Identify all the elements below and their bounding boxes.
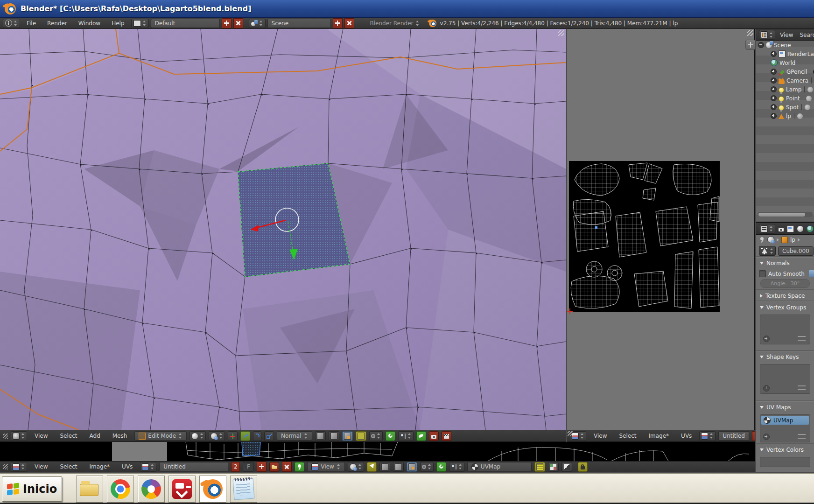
pivot-point-select[interactable] [348,462,364,472]
expand-icon[interactable] [771,113,777,119]
lamp-data-icon[interactable] [807,87,813,92]
point-lamp-data-icon[interactable] [806,96,812,101]
image-browse-button[interactable] [140,462,156,472]
expand-icon[interactable] [771,77,777,84]
mesh-name-field[interactable]: Cube.000 [778,246,814,256]
outliner-item-scene[interactable]: Scene [756,41,814,49]
transform-orientation-select[interactable]: Normal [277,431,312,441]
scene-browse-button[interactable] [249,19,266,28]
uv-maps-list[interactable]: UVMap [760,414,810,442]
fake-user-button[interactable]: F [243,462,254,472]
outliner-item-world[interactable]: World [756,58,814,67]
mesh-data-icon[interactable] [797,113,803,119]
draw-type-checker-button[interactable] [548,462,559,472]
limit-to-visible-toggle[interactable] [356,431,366,441]
collapse-icon[interactable] [758,42,764,48]
add-area-button[interactable] [745,40,756,50]
resize-grip-icon[interactable] [798,385,806,390]
scene-field[interactable]: Scene [267,19,331,28]
taskbar-blender-button[interactable] [199,476,226,503]
edge-select-mode-button[interactable] [329,431,339,441]
editor-mode-select[interactable]: View [307,462,344,471]
menu-uvs[interactable]: UVs [117,463,137,470]
delete-layout-button[interactable] [233,18,243,28]
expand-icon[interactable] [771,95,777,101]
opengl-render-options-button[interactable] [416,431,426,441]
area-corner-grip[interactable] [3,464,8,469]
expand-icon[interactable] [771,86,777,92]
unlink-image-button[interactable] [282,462,292,472]
proportional-edit-select[interactable] [369,431,383,441]
menu-view[interactable]: View [30,463,52,470]
menu-mesh[interactable]: Mesh [108,433,132,439]
menu-help[interactable]: Help [107,20,129,27]
panel-uv-maps[interactable]: UV Maps [756,401,814,413]
taskbar-notepad-button[interactable] [230,476,257,503]
taskbar-atube-button[interactable] [168,476,196,503]
menu-image[interactable]: Image* [644,433,674,439]
viewport-3d[interactable] [0,29,566,430]
uv-strip-editor[interactable] [0,442,755,461]
open-image-button[interactable] [269,462,279,472]
snap-element-select[interactable] [449,462,464,472]
manipulator-axis-toggle[interactable] [228,431,238,441]
pivot-point-select[interactable] [209,431,225,441]
editor-type-button[interactable] [11,462,27,472]
uvmap-select[interactable]: UVMap [467,462,532,471]
uv-face-select-button[interactable] [407,462,417,472]
outliner-item-spot[interactable]: Spot [756,103,814,112]
add-uvmap-icon[interactable] [763,434,770,440]
image-name-field[interactable]: Untitled [159,462,228,471]
image-name-field[interactable]: Untitled [718,431,749,441]
draw-type-shaded-button[interactable] [561,462,572,472]
start-button[interactable]: Inicio [2,476,62,502]
pin-image-button[interactable] [295,462,304,472]
menu-view[interactable]: View [589,433,611,439]
render-engine-select[interactable]: Blender Render [367,20,422,27]
expand-icon[interactable] [771,69,777,75]
mode-select[interactable]: Edit Mode [134,431,187,441]
scene-tab-icon[interactable] [797,225,804,232]
menu-render[interactable]: Render [42,20,72,27]
panel-vertex-groups[interactable]: Vertex Groups [756,301,814,313]
world-tab-icon[interactable] [807,225,814,232]
taskbar-explorer-button[interactable] [76,476,103,503]
menu-file[interactable]: File [22,20,41,27]
uv-edge-select-button[interactable] [393,462,404,472]
sync-uv-selection-toggle[interactable] [367,462,377,472]
render-layers-tab-icon[interactable] [787,225,794,232]
taskbar-chrome-button[interactable] [107,476,134,503]
add-scene-button[interactable] [333,18,343,28]
area-corner-grip[interactable] [3,434,8,439]
delete-scene-button[interactable] [344,18,354,28]
angle-slider[interactable]: Angle: 30° [760,279,810,288]
snap-element-select[interactable] [398,431,414,441]
snap-toggle[interactable] [386,431,395,441]
menu-view[interactable]: View [778,32,795,38]
screen-layout-browse-button[interactable] [131,19,149,28]
uv-image-editor[interactable] [567,29,755,430]
area-corner-grip[interactable] [568,431,573,436]
draw-type-grid-button[interactable] [534,462,545,472]
expand-icon[interactable] [771,104,777,110]
info-editor-button[interactable] [3,19,20,28]
editor-type-button[interactable] [759,224,775,234]
vertex-colors-list[interactable] [760,457,810,467]
resize-grip-icon[interactable] [798,434,806,439]
menu-image[interactable]: Image* [85,463,115,470]
expand-icon[interactable] [771,51,777,57]
uvmap-list-item[interactable]: UVMap [761,416,809,425]
add-shape-key-icon[interactable] [763,385,770,392]
menu-view[interactable]: View [30,433,52,439]
outliner-item-camera[interactable]: Camera [756,76,814,85]
scrollbar-thumb[interactable] [758,213,805,217]
editor-type-button[interactable] [759,30,775,40]
vertex-select-mode-button[interactable] [315,431,326,441]
menu-add[interactable]: Add [85,433,105,439]
image-users-button[interactable]: 2 [752,431,755,441]
panel-shape-keys[interactable]: Shape Keys [756,351,814,363]
outliner-item-lp[interactable]: lp [756,112,814,120]
add-vertex-group-icon[interactable] [763,336,770,342]
window-titlebar[interactable]: Blender* [C:\Users\Rafa\Desktop\Lagarto5… [0,0,814,18]
menu-window[interactable]: Window [74,20,105,27]
